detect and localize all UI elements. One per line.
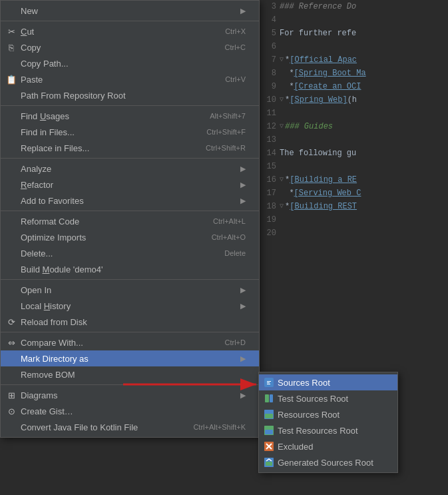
menu-item-compare[interactable]: ⇔ Compare With... Ctrl+D (1, 334, 259, 350)
build-module-label: Build Module 'demo4' (21, 264, 103, 274)
path-from-repo-label: Path From Repository Root (21, 91, 126, 101)
compare-icon: ⇔ (6, 337, 17, 348)
excluded-label: Excluded (278, 442, 313, 452)
copy-path-label: Copy Path... (21, 59, 69, 69)
cut-shortcut: Ctrl+X (225, 27, 246, 35)
svg-rect-8 (270, 394, 273, 402)
compare-label: Compare With... (21, 338, 83, 348)
separator-3 (1, 158, 259, 159)
reformat-label: Reformat Code (21, 217, 79, 227)
menu-item-local-history[interactable]: Local History ▶ (1, 298, 259, 314)
menu-item-path-from-repo[interactable]: Path From Repository Root (1, 87, 259, 103)
find-in-files-label: Find in Files... (21, 127, 75, 137)
line-numbers: 3 4 5 6 7 8 9 10 11 12 13 14 15 16 17 18… (260, 0, 280, 240)
paste-icon: 📋 (6, 74, 17, 85)
menu-item-copy-path[interactable]: Copy Path... (1, 55, 259, 71)
diagrams-label: Diagrams (21, 390, 58, 400)
find-usages-shortcut: Alt+Shift+7 (210, 112, 246, 120)
new-label: New (21, 6, 38, 16)
replace-in-files-shortcut: Ctrl+Shift+R (206, 144, 246, 152)
menu-item-find-usages[interactable]: Find Usages Alt+Shift+7 (1, 108, 259, 124)
mark-directory-label: Mark Directory as (21, 354, 89, 364)
menu-item-open-in[interactable]: Open In ▶ (1, 282, 259, 298)
menu-item-reload[interactable]: ⟳ Reload from Disk (1, 314, 259, 330)
submenu-item-excluded[interactable]: Excluded (259, 438, 397, 454)
reload-icon: ⟳ (6, 316, 17, 327)
svg-rect-10 (265, 414, 273, 418)
analyze-label: Analyze (21, 164, 51, 174)
separator-5 (1, 279, 259, 280)
menu-item-create-gist[interactable]: ⊙ Create Gist… (1, 403, 259, 419)
menu-item-optimize-imports[interactable]: Optimize Imports Ctrl+Alt+O (1, 229, 259, 245)
sources-root-label: Sources Root (278, 378, 330, 388)
replace-in-files-label: Replace in Files... (21, 143, 89, 153)
test-resources-root-icon (264, 426, 274, 435)
convert-java-label: Convert Java File to Kotlin File (21, 422, 138, 432)
optimize-imports-label: Optimize Imports (21, 233, 86, 243)
analyze-arrow: ▶ (240, 165, 246, 173)
menu-item-convert-java[interactable]: Convert Java File to Kotlin File Ctrl+Al… (1, 419, 259, 435)
local-history-arrow: ▶ (240, 302, 246, 310)
submenu-mark-directory: Sources Root Test Sources Root Resources… (258, 372, 398, 473)
menu-item-diagrams[interactable]: ⊞ Diagrams ▶ (1, 387, 259, 403)
generated-sources-label: Generated Sources Root (278, 458, 373, 468)
menu-item-copy[interactable]: ⎘ Copy Ctrl+C (1, 39, 259, 55)
generated-sources-icon (264, 458, 274, 467)
menu-item-refactor[interactable]: Refactor ▶ (1, 177, 259, 193)
local-history-label: Local History (21, 301, 71, 311)
submenu-item-generated-sources[interactable]: Generated Sources Root (259, 454, 397, 470)
separator-7 (1, 384, 259, 385)
context-menu: New ▶ ✂ Cut Ctrl+X ⎘ Copy Ctrl+C Copy Pa… (0, 0, 260, 438)
open-in-label: Open In (21, 285, 51, 295)
add-to-favorites-arrow: ▶ (240, 197, 246, 205)
menu-item-new[interactable]: New ▶ (1, 3, 259, 19)
test-resources-root-label: Test Resources Root (278, 426, 358, 436)
copy-icon: ⎘ (6, 42, 17, 53)
compare-shortcut: Ctrl+D (225, 338, 246, 346)
convert-java-shortcut: Ctrl+Alt+Shift+K (193, 423, 246, 431)
cut-label: Cut (21, 27, 34, 37)
submenu-item-resources-root[interactable]: Resources Root (259, 406, 397, 422)
delete-shortcut: Delete (224, 249, 246, 257)
create-gist-label: Create Gist… (21, 406, 73, 416)
menu-item-delete[interactable]: Delete... Delete (1, 245, 259, 261)
menu-item-analyze[interactable]: Analyze ▶ (1, 161, 259, 177)
find-in-files-shortcut: Ctrl+Shift+F (206, 128, 246, 136)
scissors-icon: ✂ (6, 26, 17, 37)
separator-1 (1, 21, 259, 21)
reformat-shortcut: Ctrl+Alt+L (213, 217, 246, 225)
copy-shortcut: Ctrl+C (225, 43, 246, 51)
menu-item-replace-in-files[interactable]: Replace in Files... Ctrl+Shift+R (1, 140, 259, 156)
svg-rect-3 (267, 381, 271, 382)
new-arrow: ▶ (240, 7, 246, 15)
excluded-icon (264, 442, 274, 451)
menu-item-reformat[interactable]: Reformat Code Ctrl+Alt+L (1, 213, 259, 229)
svg-rect-17 (266, 462, 272, 466)
separator-6 (1, 332, 259, 332)
svg-rect-7 (265, 394, 269, 402)
menu-item-build-module[interactable]: Build Module 'demo4' (1, 261, 259, 277)
paste-label: Paste (21, 75, 43, 85)
svg-rect-5 (267, 384, 270, 384)
submenu-item-test-sources-root[interactable]: Test Sources Root (259, 390, 397, 406)
svg-rect-12 (265, 430, 273, 434)
submenu-item-test-resources-root[interactable]: Test Resources Root (259, 422, 397, 438)
resources-root-icon (264, 410, 274, 419)
refactor-label: Refactor (21, 180, 53, 190)
menu-item-remove-bom[interactable]: Remove BOM (1, 366, 259, 382)
menu-item-paste[interactable]: 📋 Paste Ctrl+V (1, 71, 259, 87)
separator-4 (1, 211, 259, 211)
github-icon: ⊙ (6, 406, 17, 416)
menu-item-find-in-files[interactable]: Find in Files... Ctrl+Shift+F (1, 124, 259, 140)
menu-item-mark-directory[interactable]: Mark Directory as ▶ (1, 350, 259, 366)
menu-item-add-to-favorites[interactable]: Add to Favorites ▶ (1, 193, 259, 209)
submenu-item-sources-root[interactable]: Sources Root (259, 374, 397, 390)
paste-shortcut: Ctrl+V (225, 75, 246, 83)
diagram-icon: ⊞ (6, 390, 17, 400)
mark-directory-arrow: ▶ (240, 354, 246, 363)
resources-root-label: Resources Root (278, 410, 339, 420)
test-sources-root-label: Test Sources Root (278, 394, 348, 404)
menu-item-cut[interactable]: ✂ Cut Ctrl+X (1, 23, 259, 39)
test-sources-root-icon (264, 394, 274, 403)
optimize-imports-shortcut: Ctrl+Alt+O (212, 233, 246, 241)
